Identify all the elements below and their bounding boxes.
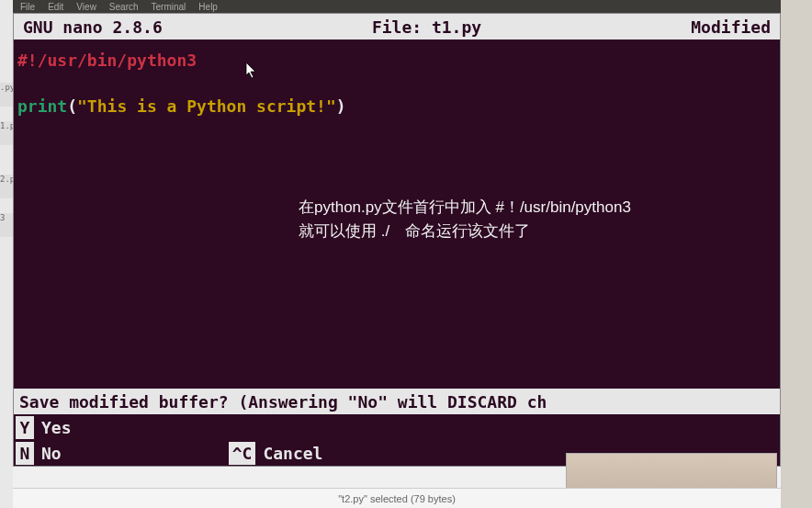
cancel-label: Cancel bbox=[263, 444, 322, 463]
overlay-annotation: 在python.py文件首行中加入 #！/usr/bin/python3 就可以… bbox=[299, 196, 631, 243]
file-manager-statusbar: "t2.py" selected (79 bytes) bbox=[13, 488, 781, 508]
file-tab[interactable]: 1.p bbox=[0, 121, 13, 145]
option-cancel[interactable]: ^C Cancel bbox=[227, 442, 323, 465]
nano-modified-status: Modified bbox=[691, 17, 771, 37]
menu-terminal[interactable]: Terminal bbox=[152, 2, 186, 12]
shebang-comment: #!/usr/bin/python3 bbox=[17, 51, 197, 70]
yes-label: Yes bbox=[41, 418, 72, 437]
string-literal: "This is a Python script!" bbox=[77, 96, 336, 116]
menu-view[interactable]: View bbox=[76, 2, 96, 12]
right-background-strip bbox=[781, 0, 812, 508]
builtin-func: print bbox=[17, 96, 67, 116]
paren-open: ( bbox=[67, 96, 77, 116]
yes-key: Y bbox=[16, 416, 34, 439]
option-yes[interactable]: Y Yes bbox=[14, 414, 780, 440]
annotation-line-1: 在python.py文件首行中加入 #！/usr/bin/python3 bbox=[299, 196, 631, 220]
file-tab[interactable]: .py bbox=[0, 83, 13, 107]
annotation-line-2: 就可以使用 ./ 命名运行该文件了 bbox=[299, 220, 631, 243]
file-tab[interactable]: 3 bbox=[0, 213, 13, 237]
nano-app-name: GNU nano 2.8.6 bbox=[23, 17, 163, 37]
no-key: N bbox=[16, 442, 34, 465]
left-file-strip: .py 1.p 2.p 3 bbox=[0, 0, 13, 508]
cancel-key: ^C bbox=[229, 442, 256, 465]
code-line-3: print("This is a Python script!") bbox=[17, 95, 776, 118]
menu-search[interactable]: Search bbox=[109, 2, 139, 12]
option-no[interactable]: N No bbox=[14, 442, 62, 465]
nano-file-label: File: t1.py bbox=[372, 17, 481, 37]
no-label: No bbox=[41, 444, 62, 463]
window-menubar: File Edit View Search Terminal Help bbox=[13, 0, 781, 13]
prompt-question: Save modified buffer? (Answering "No" wi… bbox=[14, 389, 780, 414]
code-line-1: #!/usr/bin/python3 bbox=[17, 49, 776, 72]
code-line-2 bbox=[17, 72, 776, 95]
paren-close: ) bbox=[336, 96, 346, 116]
terminal-window[interactable]: GNU nano 2.8.6 File: t1.py Modified #!/u… bbox=[13, 13, 781, 467]
menu-help[interactable]: Help bbox=[198, 2, 218, 12]
statusbar-text: "t2.py" selected (79 bytes) bbox=[338, 493, 456, 504]
nano-title-bar: GNU nano 2.8.6 File: t1.py Modified bbox=[14, 14, 780, 40]
menu-edit[interactable]: Edit bbox=[48, 2, 63, 12]
menu-file[interactable]: File bbox=[20, 2, 35, 12]
file-tab[interactable]: 2.p bbox=[0, 175, 13, 198]
editor-area[interactable]: #!/usr/bin/python3 print("This is a Pyth… bbox=[14, 40, 780, 385]
